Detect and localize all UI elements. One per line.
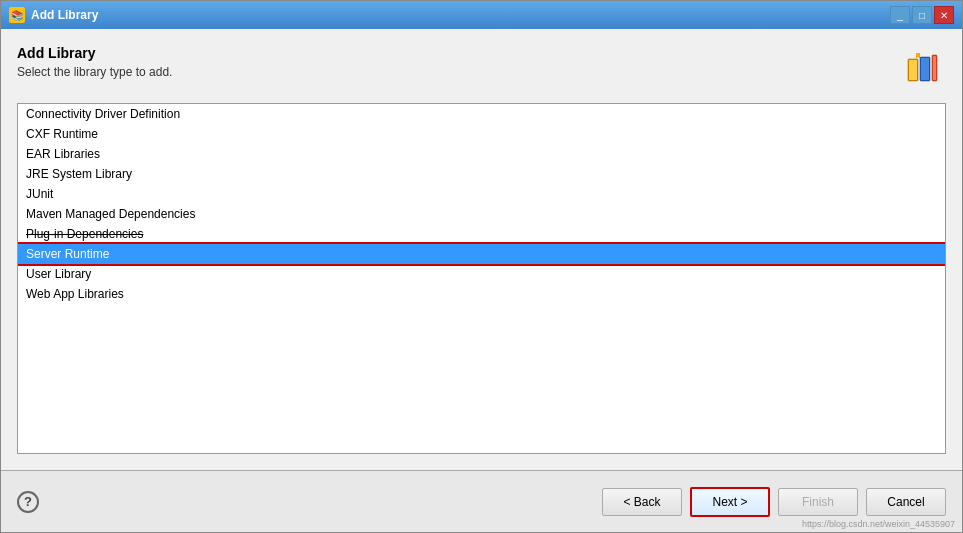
- help-button[interactable]: ?: [17, 491, 39, 513]
- title-bar-text: Add Library: [31, 8, 98, 22]
- list-item[interactable]: JRE System Library: [18, 164, 945, 184]
- finish-button[interactable]: Finish: [778, 488, 858, 516]
- list-item[interactable]: Connectivity Driver Definition: [18, 104, 945, 124]
- list-item[interactable]: EAR Libraries: [18, 144, 945, 164]
- svg-marker-6: [916, 53, 920, 59]
- cancel-button[interactable]: Cancel: [866, 488, 946, 516]
- list-item[interactable]: CXF Runtime: [18, 124, 945, 144]
- back-button[interactable]: < Back: [602, 488, 682, 516]
- close-button[interactable]: ✕: [934, 6, 954, 24]
- title-bar-left: 📚 Add Library: [9, 7, 98, 23]
- svg-rect-1: [909, 60, 917, 80]
- bottom-left: ?: [17, 491, 39, 513]
- minimize-button[interactable]: _: [890, 6, 910, 24]
- header-text: Add Library Select the library type to a…: [17, 45, 172, 79]
- header-section: Add Library Select the library type to a…: [17, 45, 946, 93]
- maximize-button[interactable]: □: [912, 6, 932, 24]
- list-item[interactable]: JUnit: [18, 184, 945, 204]
- list-item[interactable]: Server Runtime: [17, 242, 946, 266]
- header-icon: [898, 45, 946, 93]
- next-button[interactable]: Next >: [690, 487, 770, 517]
- title-bar-controls: _ □ ✕: [890, 6, 954, 24]
- dialog-title: Add Library: [17, 45, 172, 61]
- list-item[interactable]: User Library: [18, 264, 945, 284]
- bottom-right: < Back Next > Finish Cancel: [602, 487, 946, 517]
- add-library-dialog: 📚 Add Library _ □ ✕ Add Library Select t…: [0, 0, 963, 533]
- library-list[interactable]: Connectivity Driver DefinitionCXF Runtim…: [17, 103, 946, 454]
- content-area: Add Library Select the library type to a…: [1, 29, 962, 470]
- title-bar: 📚 Add Library _ □ ✕: [1, 1, 962, 29]
- list-item[interactable]: Maven Managed Dependencies: [18, 204, 945, 224]
- list-item[interactable]: Web App Libraries: [18, 284, 945, 304]
- list-item[interactable]: Plug-in Dependencies: [18, 224, 945, 244]
- dialog-subtitle: Select the library type to add.: [17, 65, 172, 79]
- svg-rect-3: [921, 58, 929, 80]
- svg-rect-5: [933, 56, 936, 80]
- books-icon: [900, 47, 944, 91]
- watermark: https://blog.csdn.net/weixin_44535907: [802, 519, 955, 529]
- window-icon: 📚: [9, 7, 25, 23]
